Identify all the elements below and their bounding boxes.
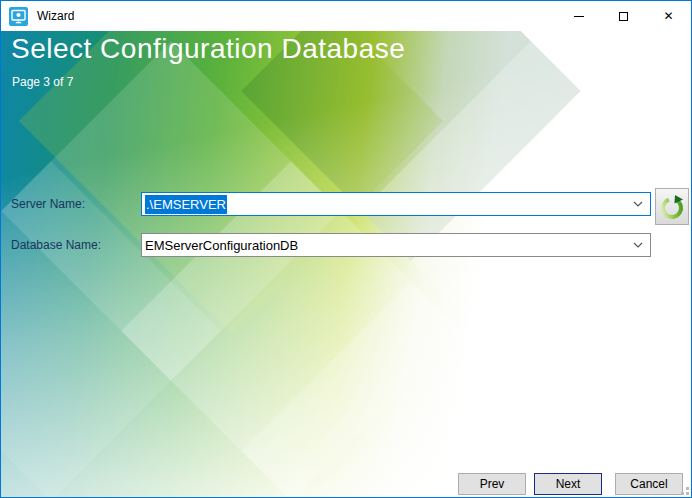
refresh-servers-button[interactable] <box>655 188 689 225</box>
server-name-combobox[interactable]: .\EMSERVER <box>141 192 651 216</box>
next-button[interactable]: Next <box>534 473 602 495</box>
monitor-app-icon <box>9 7 28 26</box>
close-button[interactable]: ✕ <box>646 1 691 31</box>
minimize-button[interactable] <box>556 1 601 31</box>
cancel-button[interactable]: Cancel <box>615 473 683 495</box>
resize-grip[interactable] <box>679 485 689 495</box>
title-bar[interactable]: Wizard ✕ <box>1 1 691 31</box>
database-name-combobox[interactable]: EMServerConfigurationDB <box>141 233 651 257</box>
maximize-icon <box>619 12 628 21</box>
background-fade <box>1 31 691 497</box>
close-icon: ✕ <box>663 10 673 22</box>
server-name-value: .\EMSERVER <box>145 195 227 214</box>
refresh-icon <box>659 193 685 221</box>
maximize-button[interactable] <box>601 1 646 31</box>
database-name-label: Database Name: <box>11 238 101 252</box>
gradient-background <box>1 31 691 497</box>
chevron-down-icon[interactable] <box>633 201 643 207</box>
chevron-down-icon[interactable] <box>633 242 643 248</box>
page-title: Select Configuration Database <box>11 33 405 65</box>
wizard-window: Wizard ✕ Select Configu <box>0 0 692 498</box>
wizard-client-area: Select Configuration Database Page 3 of … <box>1 31 691 497</box>
page-indicator: Page 3 of 7 <box>12 75 73 89</box>
window-title: Wizard <box>37 9 74 23</box>
server-name-label: Server Name: <box>11 197 85 211</box>
prev-button[interactable]: Prev <box>458 473 526 495</box>
database-name-value: EMServerConfigurationDB <box>145 238 298 253</box>
minimize-icon <box>574 16 584 17</box>
